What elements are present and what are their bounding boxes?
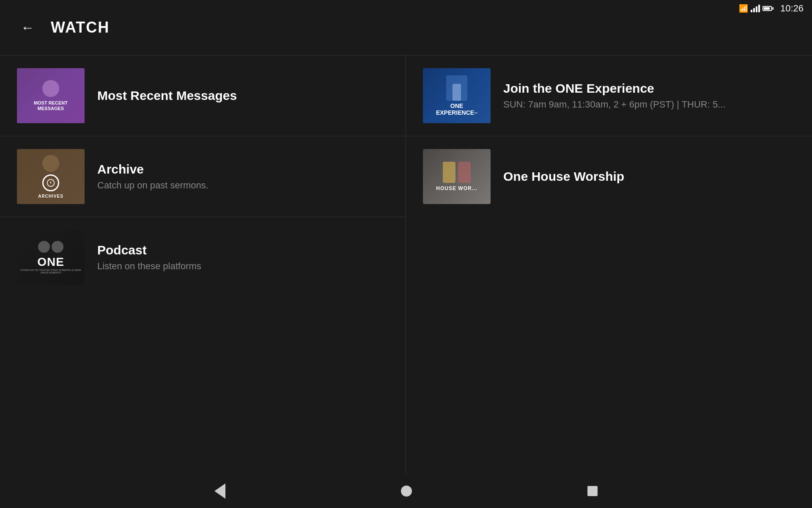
archive-thumbnail: ARCHIVES [17,149,85,204]
right-column: ONEEXPERIENCE™ Join the ONE Experience S… [406,55,812,474]
most-recent-content: Most Recent Messages [97,88,237,103]
nav-home-icon [401,486,412,497]
most-recent-thumb-label: MOST RECENT MESSAGES [20,100,81,111]
svg-point-2 [50,182,52,183]
one-experience-thumbnail: ONEEXPERIENCE™ [423,68,491,123]
one-experience-content: Join the ONE Experience SUN: 7am 9am, 11… [503,81,726,110]
archive-thumb-label: ARCHIVES [38,194,63,199]
one-experience-item[interactable]: ONEEXPERIENCE™ Join the ONE Experience S… [406,55,812,136]
one-house-worship-thumbnail: HOUSE WOR... [423,149,491,204]
back-arrow-icon: ← [21,20,34,36]
most-recent-title: Most Recent Messages [97,88,237,103]
nav-recent-button[interactable] [575,482,610,500]
left-column: MOST RECENT MESSAGES Most Recent Message… [0,55,406,474]
nav-back-icon [214,483,225,499]
hw-text: HOUSE WOR... [436,185,477,191]
page-title: WATCH [51,19,110,36]
most-recent-thumbnail: MOST RECENT MESSAGES [17,68,85,123]
archive-circle-icon [42,174,59,191]
podcast-content: Podcast Listen on these platforms [97,243,201,272]
archive-title: Archive [97,162,208,177]
podcast-sub-label: A PODCAST BY PASTOR TONIC ROBERTS & DANA… [17,269,85,274]
podcast-title: Podcast [97,243,201,257]
one-house-worship-content: One House Worship [503,169,624,184]
one-house-worship-title: One House Worship [503,169,624,184]
archive-content: Archive Catch up on past sermons. [97,162,208,191]
one-house-worship-item[interactable]: HOUSE WOR... One House Worship [406,136,812,217]
archive-item[interactable]: ARCHIVES Archive Catch up on past sermon… [0,136,406,217]
one-experience-subtitle: SUN: 7am 9am, 11:30am, 2 + 6pm (PST) | T… [503,99,726,110]
most-recent-messages-item[interactable]: MOST RECENT MESSAGES Most Recent Message… [0,55,406,136]
nav-bar [0,474,812,508]
podcast-subtitle: Listen on these platforms [97,261,201,272]
archive-subtitle: Catch up on past sermons. [97,180,208,191]
podcast-item[interactable]: ONE A PODCAST BY PASTOR TONIC ROBERTS & … [0,217,406,298]
podcast-thumbnail: ONE A PODCAST BY PASTOR TONIC ROBERTS & … [17,230,85,285]
one-exp-text: ONEEXPERIENCE™ [436,102,477,116]
nav-home-button[interactable] [388,481,425,501]
main-content: MOST RECENT MESSAGES Most Recent Message… [0,55,812,474]
header: ← WATCH [0,0,812,55]
nav-recent-icon [587,486,598,496]
nav-back-button[interactable] [202,479,238,503]
back-button[interactable]: ← [17,17,38,38]
one-experience-title: Join the ONE Experience [503,81,726,96]
podcast-one-label: ONE [37,255,64,269]
